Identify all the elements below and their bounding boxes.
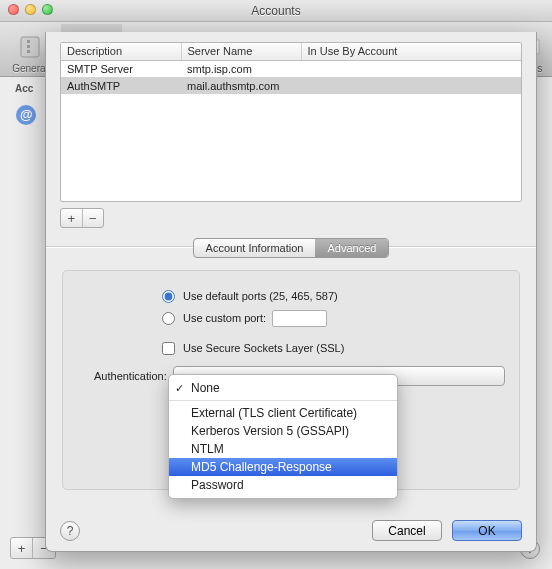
- titlebar: Accounts: [0, 0, 552, 22]
- window-title: Accounts: [0, 4, 552, 18]
- smtp-server-list[interactable]: Description Server Name In Use By Accoun…: [60, 42, 522, 202]
- auth-option-ntlm[interactable]: NTLM: [169, 440, 397, 458]
- row-custom-port[interactable]: Use custom port:: [162, 307, 505, 329]
- svg-rect-3: [27, 50, 30, 53]
- input-custom-port[interactable]: [272, 310, 327, 327]
- close-window-button[interactable]: [8, 4, 19, 15]
- tab-account-information[interactable]: Account Information: [194, 239, 316, 257]
- label-authentication: Authentication:: [94, 370, 167, 382]
- server-row[interactable]: SMTP Server smtp.isp.com: [61, 60, 521, 77]
- auth-option-none[interactable]: None: [169, 379, 397, 397]
- col-in-use[interactable]: In Use By Account: [301, 43, 521, 60]
- add-account-button[interactable]: +: [11, 538, 33, 558]
- account-at-icon: @: [15, 104, 37, 126]
- menu-separator: [169, 400, 397, 401]
- col-server-name[interactable]: Server Name: [181, 43, 301, 60]
- window-controls: [8, 4, 53, 15]
- accounts-sidebar-header: Acc: [15, 83, 41, 94]
- row-ssl[interactable]: Use Secure Sockets Layer (SSL): [162, 337, 505, 359]
- radio-custom-port[interactable]: [162, 312, 175, 325]
- server-add-remove: + −: [60, 208, 104, 228]
- toolbar-label: General: [12, 63, 48, 74]
- label-default-ports: Use default ports (25, 465, 587): [183, 290, 338, 302]
- smtp-server-sheet: Description Server Name In Use By Accoun…: [45, 32, 537, 552]
- svg-rect-2: [27, 45, 30, 48]
- cell-inuse: [301, 60, 521, 77]
- svg-rect-1: [27, 40, 30, 43]
- auth-option-external[interactable]: External (TLS client Certificate): [169, 404, 397, 422]
- sheet-button-row: ? Cancel OK: [60, 520, 522, 541]
- server-row[interactable]: AuthSMTP mail.authsmtp.com: [61, 77, 521, 94]
- cell-server: smtp.isp.com: [181, 60, 301, 77]
- label-ssl: Use Secure Sockets Layer (SSL): [183, 342, 344, 354]
- tab-advanced[interactable]: Advanced: [315, 239, 388, 257]
- cell-inuse: [301, 77, 521, 94]
- cancel-button[interactable]: Cancel: [372, 520, 442, 541]
- remove-server-button[interactable]: −: [83, 209, 104, 227]
- zoom-window-button[interactable]: [42, 4, 53, 15]
- tab-segmented-control: Account Information Advanced: [193, 238, 390, 258]
- general-icon: [16, 33, 44, 61]
- svg-text:@: @: [20, 107, 33, 122]
- col-description[interactable]: Description: [61, 43, 181, 60]
- accounts-sidebar: Acc @: [15, 83, 41, 128]
- cell-desc: SMTP Server: [61, 60, 181, 77]
- authentication-menu: None External (TLS client Certificate) K…: [168, 374, 398, 499]
- radio-default-ports[interactable]: [162, 290, 175, 303]
- label-custom-port: Use custom port:: [183, 312, 266, 324]
- checkbox-ssl[interactable]: [162, 342, 175, 355]
- auth-option-kerberos[interactable]: Kerberos Version 5 (GSSAPI): [169, 422, 397, 440]
- sheet-help-button[interactable]: ?: [60, 521, 80, 541]
- account-row[interactable]: @: [15, 104, 41, 128]
- cell-desc: AuthSMTP: [61, 77, 181, 94]
- cell-server: mail.authsmtp.com: [181, 77, 301, 94]
- ok-button[interactable]: OK: [452, 520, 522, 541]
- auth-option-password[interactable]: Password: [169, 476, 397, 494]
- auth-option-md5[interactable]: MD5 Challenge-Response: [169, 458, 397, 476]
- advanced-form: Use default ports (25, 465, 587) Use cus…: [62, 270, 520, 490]
- minimize-window-button[interactable]: [25, 4, 36, 15]
- row-default-ports[interactable]: Use default ports (25, 465, 587): [162, 285, 505, 307]
- add-server-button[interactable]: +: [61, 209, 83, 227]
